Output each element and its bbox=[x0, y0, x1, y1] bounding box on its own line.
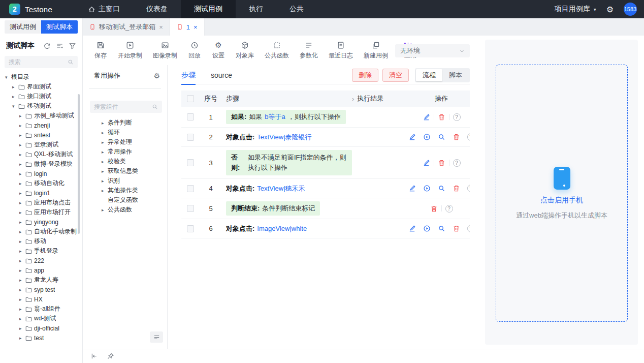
nav-item-public[interactable]: 公共 bbox=[276, 0, 317, 18]
caret-right-icon[interactable]: ▸ bbox=[102, 159, 108, 164]
delete-step-icon[interactable] bbox=[430, 205, 438, 213]
nav-item-testcase[interactable]: 测试用例 bbox=[181, 0, 236, 18]
caret-right-icon[interactable]: ▸ bbox=[19, 326, 25, 331]
caret-right-icon[interactable]: ▸ bbox=[102, 188, 108, 193]
start-record-button[interactable]: 开始录制 bbox=[118, 41, 142, 60]
refresh-icon[interactable] bbox=[43, 42, 51, 50]
tree-item[interactable]: ▸移动自动化 bbox=[0, 178, 82, 188]
delete-step-icon[interactable] bbox=[453, 225, 460, 232]
view-object-icon[interactable] bbox=[438, 185, 445, 192]
help-icon[interactable]: ? bbox=[445, 205, 453, 213]
doc-tab-active[interactable]: 1 × bbox=[170, 18, 205, 36]
caret-right-icon[interactable]: ▸ bbox=[19, 278, 25, 283]
caret-right-icon[interactable]: ▸ bbox=[19, 297, 25, 302]
tree-item[interactable]: ▸接口测试 bbox=[0, 92, 82, 101]
close-icon[interactable]: × bbox=[159, 23, 163, 31]
save-button[interactable]: 保存 bbox=[94, 41, 107, 60]
component-group[interactable]: ▸校验类 bbox=[83, 157, 167, 166]
help-icon[interactable]: ? bbox=[453, 159, 461, 167]
expand-icon[interactable]: › bbox=[352, 95, 354, 103]
component-group[interactable]: 自定义函数 bbox=[83, 195, 167, 205]
help-icon[interactable]: ? bbox=[467, 133, 470, 141]
settings-gear-icon[interactable]: ⚙ bbox=[606, 5, 614, 14]
caret-right-icon[interactable]: ▸ bbox=[19, 191, 25, 196]
caret-right-icon[interactable]: ▸ bbox=[19, 336, 25, 341]
tree-item[interactable]: ▸login bbox=[0, 169, 82, 178]
tree-item[interactable]: ▸syp test bbox=[0, 285, 82, 294]
component-group[interactable]: ▸其他操作类 bbox=[83, 186, 167, 195]
caret-right-icon[interactable]: ▸ bbox=[19, 229, 25, 234]
tree-item[interactable]: ▸示例_移动测试 bbox=[0, 111, 82, 120]
tree-item[interactable]: ▸界面测试 bbox=[0, 82, 82, 92]
edit-step-icon[interactable] bbox=[423, 113, 430, 121]
step-checkbox[interactable] bbox=[187, 225, 194, 232]
tree-item[interactable]: ▸QXL-移动测试 bbox=[0, 149, 82, 159]
component-group[interactable]: ▸条件判断 bbox=[83, 118, 167, 128]
caret-right-icon[interactable]: ▸ bbox=[19, 123, 25, 128]
step-object-link[interactable]: ImageView|white bbox=[257, 225, 307, 232]
edit-step-icon[interactable] bbox=[408, 225, 416, 232]
component-group[interactable]: ▸公共函数 bbox=[83, 205, 167, 215]
caret-right-icon[interactable]: ▸ bbox=[19, 268, 25, 273]
component-group[interactable]: ▸异常处理 bbox=[83, 137, 167, 147]
sidebar-search-input[interactable]: 搜索 bbox=[5, 56, 78, 68]
tab-testscript[interactable]: 测试脚本 bbox=[41, 20, 78, 34]
caret-right-icon[interactable]: ▸ bbox=[19, 258, 25, 263]
tree-item[interactable]: ▸test bbox=[0, 333, 82, 343]
settings-button[interactable]: ⚙ 设置 bbox=[212, 41, 225, 60]
brand[interactable]: 2 Testone bbox=[0, 4, 60, 15]
delete-step-icon[interactable] bbox=[453, 185, 460, 192]
edit-step-icon[interactable] bbox=[423, 159, 430, 167]
clear-button[interactable]: 清空 bbox=[382, 69, 409, 82]
toggle-script[interactable]: 脚本 bbox=[442, 69, 469, 81]
tab-source[interactable]: source bbox=[211, 66, 232, 84]
caret-right-icon[interactable]: ▸ bbox=[19, 239, 25, 244]
component-group[interactable]: ▸常用操作 bbox=[83, 147, 167, 157]
tree-item[interactable]: ▸sntest bbox=[0, 130, 82, 140]
caret-right-icon[interactable]: ▸ bbox=[12, 94, 18, 99]
tree-item[interactable]: ▸移动 bbox=[0, 236, 82, 246]
environment-select[interactable]: 无环境 bbox=[395, 44, 470, 57]
component-group[interactable]: ▸获取信息类 bbox=[83, 166, 167, 176]
tree-item[interactable]: ▸app bbox=[0, 265, 82, 275]
caret-right-icon[interactable]: ▸ bbox=[19, 316, 25, 321]
caret-down-icon[interactable]: ▾ bbox=[5, 75, 11, 80]
edit-step-icon[interactable] bbox=[408, 133, 416, 141]
gear-icon[interactable]: ⚙ bbox=[153, 72, 160, 80]
notification-badge[interactable]: 1583 bbox=[624, 3, 637, 16]
step-checkbox[interactable] bbox=[187, 159, 194, 166]
component-group[interactable]: ▸识别 bbox=[83, 176, 167, 186]
tree-item[interactable]: ▸手机登录 bbox=[0, 246, 82, 256]
caret-right-icon[interactable]: ▸ bbox=[19, 162, 25, 167]
caret-right-icon[interactable]: ▸ bbox=[102, 149, 108, 155]
step-checkbox[interactable] bbox=[187, 185, 194, 192]
component-group[interactable]: ▸循环 bbox=[83, 128, 167, 137]
filter-icon[interactable] bbox=[69, 42, 76, 50]
enable-phone-text[interactable]: 点击启用手机 bbox=[540, 196, 583, 205]
help-icon[interactable]: ? bbox=[453, 113, 461, 121]
run-step-icon[interactable] bbox=[423, 133, 431, 141]
tree-item[interactable]: ▸君龙人寿 bbox=[0, 275, 82, 285]
tree-item[interactable]: ▸登录测试 bbox=[0, 140, 82, 149]
collapse-all-icon[interactable] bbox=[56, 42, 63, 50]
run-step-icon[interactable] bbox=[423, 225, 431, 232]
edit-step-icon[interactable] bbox=[408, 185, 416, 192]
view-object-icon[interactable] bbox=[438, 133, 445, 141]
image-record-button[interactable]: 图像录制 bbox=[153, 41, 177, 60]
tree-item[interactable]: ▸login1 bbox=[0, 188, 82, 198]
delete-step-icon[interactable] bbox=[438, 159, 445, 167]
object-library-button[interactable]: 对象库 bbox=[236, 41, 254, 60]
doc-tab[interactable]: 移动测试_登录邮箱 × bbox=[83, 18, 170, 36]
caret-right-icon[interactable]: ▸ bbox=[19, 181, 25, 186]
run-step-icon[interactable] bbox=[423, 185, 431, 192]
nav-item-dashboard[interactable]: 仪表盘 bbox=[133, 0, 181, 18]
step-checkbox[interactable] bbox=[187, 113, 194, 120]
nav-item-home[interactable]: 主窗口 bbox=[75, 0, 133, 18]
delete-step-icon[interactable] bbox=[438, 113, 445, 121]
caret-right-icon[interactable]: ▸ bbox=[19, 133, 25, 138]
caret-right-icon[interactable]: ▸ bbox=[19, 113, 25, 118]
tree-item[interactable]: ▸zhenji bbox=[0, 120, 82, 130]
tree-item[interactable]: ▸dji-official bbox=[0, 323, 82, 333]
caret-right-icon[interactable]: ▸ bbox=[19, 142, 25, 147]
recent-log-button[interactable]: 最近日志 bbox=[329, 41, 353, 60]
